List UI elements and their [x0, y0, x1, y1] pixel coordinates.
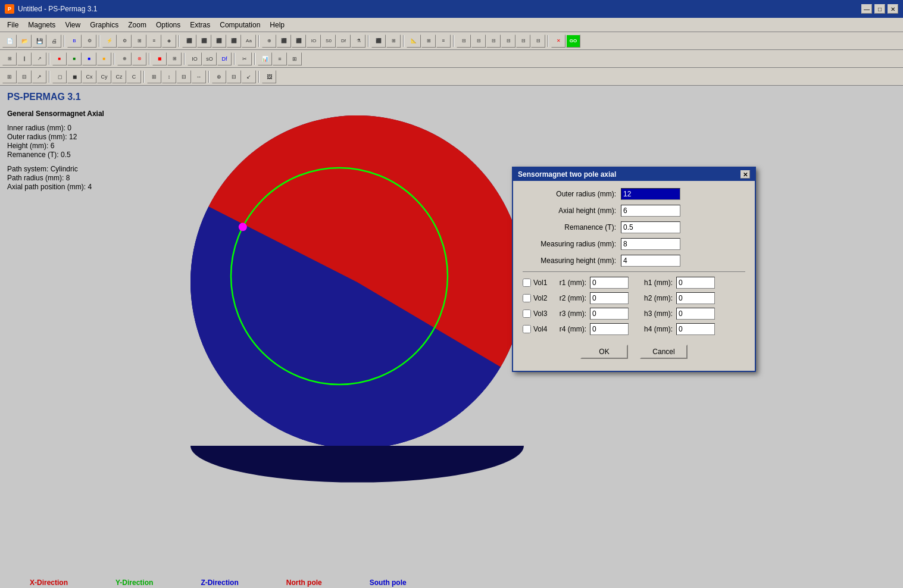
tb-d5[interactable]: Aa [242, 35, 256, 48]
minimize-button[interactable]: — [861, 4, 872, 14]
h4-input[interactable] [676, 323, 715, 335]
tb-e5[interactable]: S0 [321, 35, 336, 48]
tb3-a2[interactable]: ⊟ [17, 70, 32, 83]
tb-h5[interactable]: ⊟ [516, 35, 530, 48]
tb2-g2[interactable]: ≡ [273, 52, 287, 65]
tb2-a2[interactable]: ∥ [17, 52, 32, 65]
tb-h1[interactable]: ⊟ [457, 35, 471, 48]
tb3-b1[interactable]: ◻ [52, 70, 67, 83]
menu-view[interactable]: View [60, 18, 85, 32]
tb2-a3[interactable]: ↗ [32, 52, 46, 65]
menu-graphics[interactable]: Graphics [85, 18, 123, 32]
vol3-checkbox[interactable] [523, 309, 531, 318]
tb3-d3[interactable]: ↙ [242, 70, 256, 83]
r3-input[interactable] [590, 308, 629, 320]
tb-c2[interactable]: ⚙ [117, 35, 132, 48]
tb2-b3[interactable]: ■ [82, 52, 96, 65]
r1-input[interactable] [590, 277, 629, 289]
tb-save[interactable]: 💾 [32, 35, 46, 48]
tb3-c2[interactable]: ↕ [162, 70, 176, 83]
tb-print[interactable]: 🖨 [47, 35, 61, 48]
tb-e2[interactable]: ⬛ [277, 35, 291, 48]
tb-f2[interactable]: ⊞ [386, 35, 401, 48]
tb3-b4[interactable]: Cy [97, 70, 111, 83]
tb-h6[interactable]: ⊟ [531, 35, 545, 48]
tb3-e1[interactable]: 🖼 [262, 70, 276, 83]
tb3-a3[interactable]: ↗ [32, 70, 46, 83]
tb2-g3[interactable]: ⊞ [288, 52, 302, 65]
tb-go[interactable]: GO [566, 35, 580, 48]
tb3-b3[interactable]: Cx [82, 70, 96, 83]
menu-magnets[interactable]: Magnets [23, 18, 60, 32]
tb2-f1[interactable]: ✂ [238, 52, 252, 65]
measuring-radius-input[interactable] [621, 238, 680, 250]
tb2-a1[interactable]: ⊞ [2, 52, 17, 65]
tb-f1[interactable]: ⬛ [371, 35, 386, 48]
tb3-c3[interactable]: ⊟ [177, 70, 191, 83]
menu-file[interactable]: File [2, 18, 23, 32]
tb-c4[interactable]: ≡ [147, 35, 161, 48]
tb-h2[interactable]: ⊟ [471, 35, 486, 48]
tb-open[interactable]: 📂 [17, 35, 32, 48]
tb-e7[interactable]: ⚗ [351, 35, 365, 48]
tb-g3[interactable]: ≡ [436, 35, 451, 48]
ok-button[interactable]: OK [580, 345, 628, 359]
menu-help[interactable]: Help [265, 18, 289, 32]
tb-e1[interactable]: ⊕ [262, 35, 276, 48]
tb2-c2[interactable]: ⊗ [132, 52, 146, 65]
tb3-b6[interactable]: C [127, 70, 141, 83]
vol4-checkbox[interactable] [523, 325, 531, 333]
tb2-d1[interactable]: ◼ [152, 52, 167, 65]
tb3-c1[interactable]: ⊞ [147, 70, 161, 83]
h2-input[interactable] [676, 292, 715, 304]
tb2-e2[interactable]: sO [202, 52, 217, 65]
menu-options[interactable]: Options [151, 18, 185, 32]
tb-b1[interactable]: B [67, 35, 82, 48]
tb2-b4[interactable]: ■ [97, 52, 111, 65]
tb-new[interactable]: 📄 [2, 35, 17, 48]
tb3-c4[interactable]: ↔ [192, 70, 206, 83]
tb-e3[interactable]: ⬛ [292, 35, 306, 48]
tb-d3[interactable]: ⬛ [212, 35, 226, 48]
vol2-checkbox[interactable] [523, 294, 531, 302]
tb2-b2[interactable]: ■ [67, 52, 82, 65]
tb-e4[interactable]: IO [307, 35, 321, 48]
tb-e6[interactable]: Df [336, 35, 351, 48]
outer-radius-input[interactable] [621, 188, 680, 200]
tb2-g1[interactable]: 📊 [258, 52, 272, 65]
axial-height-input[interactable] [621, 205, 680, 217]
tb-g2[interactable]: ⊞ [421, 35, 436, 48]
dialog-close-button[interactable]: ✕ [740, 170, 750, 179]
tb-b2[interactable]: ⚙ [82, 35, 96, 48]
tb3-b5[interactable]: Cz [112, 70, 126, 83]
tb-h3[interactable]: ⊟ [486, 35, 501, 48]
tb2-b1[interactable]: ■ [52, 52, 67, 65]
tb2-d2[interactable]: ⊞ [167, 52, 182, 65]
tb3-a1[interactable]: ⊞ [2, 70, 17, 83]
maximize-button[interactable]: □ [874, 4, 885, 14]
tb3-d2[interactable]: ⊟ [227, 70, 241, 83]
r2-input[interactable] [590, 292, 629, 304]
h3-input[interactable] [676, 308, 715, 320]
tb-c5[interactable]: ◈ [162, 35, 176, 48]
menu-extras[interactable]: Extras [185, 18, 215, 32]
tb-c3[interactable]: ⊞ [132, 35, 146, 48]
menu-computation[interactable]: Computation [215, 18, 265, 32]
tb-d2[interactable]: ⬛ [197, 35, 211, 48]
tb-g1[interactable]: 📐 [407, 35, 421, 48]
tb2-e3[interactable]: Df [217, 52, 232, 65]
menu-zoom[interactable]: Zoom [123, 18, 151, 32]
r4-input[interactable] [590, 323, 629, 335]
h1-input[interactable] [676, 277, 715, 289]
tb2-c1[interactable]: ⊕ [117, 52, 132, 65]
tb2-e1[interactable]: IO [188, 52, 202, 65]
measuring-height-input[interactable] [621, 255, 680, 267]
tb3-b2[interactable]: ◼ [67, 70, 82, 83]
tb-stop[interactable]: ✕ [551, 35, 565, 48]
remanence-input[interactable] [621, 221, 680, 233]
tb-d4[interactable]: ⬛ [227, 35, 241, 48]
tb-h4[interactable]: ⊟ [501, 35, 515, 48]
cancel-button[interactable]: Cancel [640, 345, 688, 359]
tb-c1[interactable]: ⚡ [102, 35, 117, 48]
tb-d1[interactable]: ⬛ [182, 35, 196, 48]
